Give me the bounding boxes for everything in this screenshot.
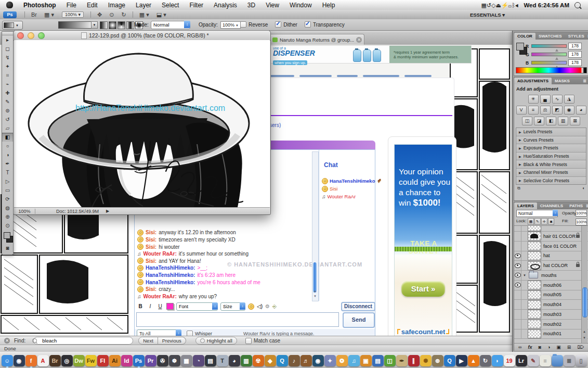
exit-room-icon[interactable]: ⎆ (272, 303, 277, 310)
quick-mask-button[interactable]: ◙ (2, 244, 13, 252)
spotlight-icon[interactable] (574, 2, 581, 8)
dock-colorsync-app[interactable]: ☸ (169, 355, 180, 366)
find-next-button[interactable]: Next (138, 337, 158, 345)
layers-tab-layers[interactable]: LAYERS (514, 202, 537, 209)
posterize-icon[interactable]: ◪ (534, 117, 544, 125)
dock-dreamweaver[interactable]: Dw (73, 355, 85, 366)
menu-select[interactable]: Select (156, 2, 184, 9)
preset-hue-saturation-presets[interactable]: ▶Hue/Saturation Presets (516, 153, 586, 161)
safecount-brand[interactable]: safecount.net (395, 328, 452, 336)
dock-lightroom[interactable]: Lr (516, 355, 527, 366)
lasso-tool[interactable]: ↯ (2, 53, 13, 62)
visibility-cell[interactable] (514, 271, 521, 280)
dock-iphoto[interactable]: ❂ (336, 355, 348, 366)
menu-3d[interactable]: 3D (242, 2, 260, 9)
hue-saturation-icon[interactable]: ≡ (528, 106, 539, 115)
foreground-color-swatch[interactable] (4, 232, 10, 239)
layer-row-face-01-color[interactable]: face 01 COLOR (514, 242, 588, 251)
settings-icon[interactable]: ⚙ (265, 303, 270, 309)
layer-thumbnail[interactable] (528, 261, 541, 270)
radial-gradient-button[interactable] (109, 21, 116, 29)
gradient-tool[interactable]: ◧ (2, 133, 13, 142)
nav-link[interactable] (299, 75, 332, 77)
dock-vlc[interactable]: ▲ (468, 355, 479, 366)
dock-illustrator[interactable]: Ai (109, 355, 121, 366)
visibility-cell[interactable] (514, 310, 521, 319)
panel-grip[interactable] (2, 32, 13, 35)
power-icon[interactable]: ⚡ (501, 2, 508, 8)
browser-tab[interactable]: Naruto Manga Returns @ group... ✕ (268, 34, 364, 45)
dock-garageband[interactable]: ♬ (300, 355, 312, 366)
dock-downloads-folder[interactable] (552, 355, 563, 366)
dock-quark[interactable]: Q (277, 355, 288, 366)
time-machine-icon[interactable]: ↺ (487, 2, 491, 8)
marquee-tool[interactable]: ◻ (2, 44, 13, 53)
scroll-up-icon[interactable]: ▲ (313, 289, 317, 293)
layer-thumbnail[interactable] (528, 242, 541, 250)
lock-transparency-icon[interactable]: ▦ (528, 218, 534, 225)
dock-fireworks[interactable]: Fw (85, 355, 97, 366)
layer-thumbnail[interactable] (528, 310, 541, 319)
3d-orbit-tool[interactable]: ◍ (2, 204, 13, 212)
preset-exposure-presets[interactable]: ▶Exposure Presets (516, 144, 586, 153)
expanded-view-icon[interactable]: ⧉ (517, 186, 520, 192)
color-tab-styles[interactable]: STYLES (565, 33, 587, 40)
scrollbar-thumb[interactable] (582, 287, 587, 318)
emoticon-button[interactable]: ☺ (248, 303, 254, 310)
eye-icon[interactable] (515, 253, 521, 258)
color-tab-swatches[interactable]: SWATCHES (535, 33, 565, 40)
scrollbar-thumb[interactable] (313, 262, 317, 293)
dock-film-reel-app[interactable]: ✇ (157, 355, 168, 366)
layer-blend-mode-select[interactable]: Normal↕ (516, 210, 558, 217)
visibility-cell[interactable] (514, 232, 521, 241)
dock-firefox[interactable]: f (25, 355, 37, 366)
start-survey-button[interactable]: Start » (401, 281, 445, 297)
menu-photoshop[interactable]: Photoshop (18, 2, 61, 9)
clip-to-layer-icon[interactable]: ◐ (582, 186, 585, 192)
visibility-cell[interactable] (514, 281, 521, 290)
preset-channel-mixer-presets[interactable]: ▶Channel Mixer Presets (516, 169, 586, 177)
reverse-checkbox[interactable]: Reverse (240, 21, 268, 28)
levels-icon[interactable]: ▄ (540, 95, 551, 104)
reflected-gradient-button[interactable] (126, 21, 134, 29)
dock-quicktime[interactable]: Q (444, 355, 455, 366)
eye-icon[interactable] (515, 273, 521, 277)
dock-parallels[interactable]: ∥ (408, 355, 420, 366)
angle-gradient-button[interactable] (117, 21, 125, 29)
vibrance-icon[interactable]: V (516, 106, 527, 115)
disconnect-button[interactable]: Disconnect (341, 302, 375, 311)
dock-color-picker-app[interactable]: ◕ (229, 355, 240, 366)
foreground-color-swatch[interactable] (516, 43, 524, 50)
bold-button[interactable]: B (137, 303, 144, 309)
curves-icon[interactable]: ∿ (552, 95, 563, 104)
dock-box-app[interactable]: ▣ (360, 355, 372, 366)
zoom-tool-icon[interactable]: ⊙ (109, 11, 114, 18)
dock-realplayer[interactable]: ▶ (456, 355, 467, 366)
layers-scrollbar[interactable]: ▲ ▼ (581, 226, 587, 343)
dock-idvd[interactable]: ◉ (312, 355, 324, 366)
exposure-icon[interactable]: ◮ (564, 95, 574, 104)
find-input[interactable] (33, 337, 133, 345)
quick-selection-tool[interactable]: ✦ (2, 62, 13, 71)
channel-value[interactable]: 178 (568, 59, 582, 66)
dock-aperture[interactable]: ◎ (61, 355, 73, 366)
hand-tool-icon[interactable]: ✥ (97, 11, 102, 18)
dock-trash[interactable]: ▯ (576, 355, 587, 366)
menu-window[interactable]: Window (284, 2, 317, 9)
layers-tab-channels[interactable]: CHANNELS (537, 202, 566, 209)
dock-notes-app[interactable]: ≡ (540, 355, 551, 366)
history-brush-tool[interactable]: ↺ (2, 115, 13, 124)
linear-gradient-button[interactable] (100, 21, 108, 29)
menu-analysis[interactable]: Analysis (208, 2, 242, 9)
layer-thumbnail[interactable] (528, 320, 541, 328)
preset-curves-presets[interactable]: ▶Curves Presets (516, 136, 586, 145)
screen-share-icon[interactable]: ▦ (481, 2, 486, 8)
dock-keynote[interactable]: ▤ (372, 355, 384, 366)
layer-style-icon[interactable]: fx (528, 345, 532, 350)
visibility-cell[interactable] (514, 261, 521, 270)
clone-stamp-tool[interactable]: ⊚ (2, 106, 13, 115)
dock-film-app[interactable]: ▥ (241, 355, 252, 366)
nav-link[interactable] (363, 75, 399, 77)
find-previous-button[interactable]: Previous (158, 337, 186, 345)
zoom-level-select[interactable]: 100% ▾ (62, 11, 84, 18)
